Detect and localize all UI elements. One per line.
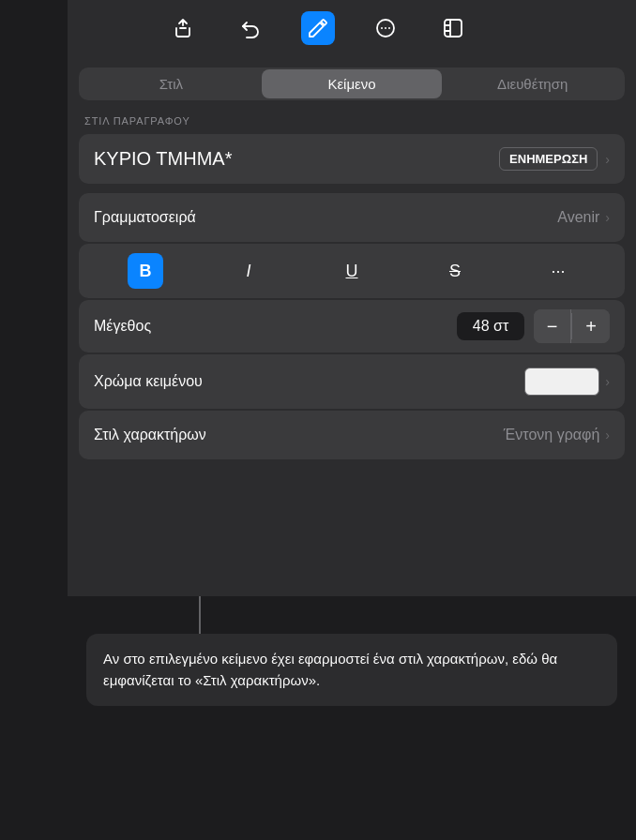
color-swatch[interactable] [524,368,599,396]
tab-keimeno[interactable]: Κείμενο [262,69,443,98]
size-value: 48 στ [457,312,524,340]
size-control: 48 στ − + [457,309,610,343]
paragraph-style-chevron: › [605,152,610,167]
panel: Στιλ Κείμενο Διευθέτηση ΣΤΙΛ ΠΑΡΑΓΡΑΦΟΥ … [68,56,636,840]
paragraph-style-section-label: ΣΤΙΛ ΠΑΡΑΓΡΑΦΟΥ [68,100,636,134]
paragraph-style-name: ΚΥΡΙΟ ΤΜΗΜΑ* [94,148,232,170]
undo-icon[interactable] [234,11,267,45]
tab-dieuthetisi[interactable]: Διευθέτηση [442,69,623,98]
text-color-label: Χρώμα κειμένου [94,373,203,390]
tabs-wrapper: Στιλ Κείμενο Διευθέτηση [68,56,636,100]
svg-rect-4 [445,20,462,37]
sidebar-strip [0,0,68,784]
strikethrough-button[interactable]: S [437,253,473,289]
character-style-chevron: › [605,428,610,442]
svg-point-1 [381,27,383,29]
underline-button[interactable]: U [334,253,370,289]
font-row[interactable]: Γραμματοσειρά Avenir › [79,193,625,242]
details-icon[interactable] [436,11,470,45]
svg-point-3 [388,27,390,29]
text-color-value: › [524,368,610,396]
size-row: Μέγεθος 48 στ − + [79,300,625,352]
share-icon[interactable] [166,11,200,45]
callout-area: Αν στο επιλεγμένο κείμενο έχει εφαρμοστε… [68,596,636,840]
more-format-button[interactable]: ··· [540,253,576,289]
text-color-row[interactable]: Χρώμα κειμένου › [79,354,625,409]
svg-point-2 [385,27,386,29]
tab-stil[interactable]: Στιλ [81,69,262,98]
text-color-chevron: › [605,374,610,389]
character-style-label: Στιλ χαρακτήρων [94,427,206,443]
size-label: Μέγεθος [94,318,151,335]
toolbar [0,0,636,56]
callout-bubble: Αν στο επιλεγμένο κείμενο έχει εφαρμοστε… [86,634,617,706]
paragraph-style-row[interactable]: ΚΥΡΙΟ ΤΜΗΜΑ* ΕΝΗΜΕΡΩΣΗ › [79,134,625,184]
character-style-row[interactable]: Στιλ χαρακτήρων Έντονη γραφή › [79,411,625,459]
size-increase-button[interactable]: + [572,309,610,343]
font-label: Γραμματοσειρά [94,209,196,226]
italic-button[interactable]: I [231,253,266,289]
format-paintbrush-icon[interactable] [301,11,335,45]
size-buttons: − + [534,309,610,343]
character-style-value: Έντονη γραφή › [504,427,610,443]
format-row: B I U S ··· [79,244,625,298]
tabs-row: Στιλ Κείμενο Διευθέτηση [79,68,625,100]
callout-line [199,596,201,634]
font-value: Avenir › [557,209,610,226]
update-button[interactable]: ΕΝΗΜΕΡΩΣΗ [499,147,598,171]
size-decrease-button[interactable]: − [534,309,571,343]
bold-button[interactable]: B [128,253,163,289]
font-chevron: › [605,210,610,225]
more-circle-icon[interactable] [369,11,402,45]
